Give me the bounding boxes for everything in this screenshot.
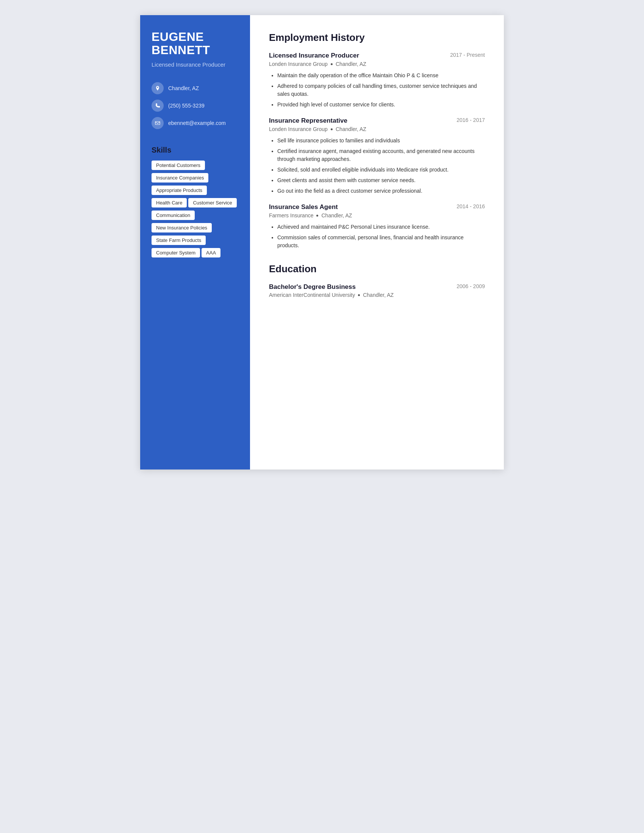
job-bullet: Greet clients and assist them with custo… xyxy=(277,177,485,184)
email-icon xyxy=(151,117,164,129)
job-dates: 2016 - 2017 xyxy=(456,117,485,123)
job-location: Chandler, AZ xyxy=(336,61,366,67)
job-bullets: Achieved and maintained P&C Personal Lin… xyxy=(269,223,485,249)
job-location: Chandler, AZ xyxy=(336,126,366,132)
skill-tag: Appropriate Products xyxy=(151,185,207,195)
resume-container: EUGENE BENNETT Licensed Insurance Produc… xyxy=(140,15,504,470)
location-icon xyxy=(151,82,164,94)
job-bullet: Certified insurance agent, managed exist… xyxy=(277,147,485,163)
job-bullet: Achieved and maintained P&C Personal Lin… xyxy=(277,223,485,231)
svg-rect-0 xyxy=(155,122,160,125)
separator-dot xyxy=(358,294,360,296)
edu-dates: 2006 - 2009 xyxy=(456,283,485,291)
job-location: Chandler, AZ xyxy=(321,212,352,219)
skill-tag: Communication xyxy=(151,211,195,220)
sidebar: EUGENE BENNETT Licensed Insurance Produc… xyxy=(140,15,250,470)
skill-tag: Customer Service xyxy=(188,198,237,207)
phone-icon xyxy=(151,100,164,112)
edu-school: American InterContinental UniversityChan… xyxy=(269,292,485,298)
main-content: Employment History Licensed Insurance Pr… xyxy=(250,15,504,470)
job-bullets: Sell life insurance policies to families… xyxy=(269,137,485,195)
candidate-name: EUGENE BENNETT xyxy=(151,30,239,57)
job-company: Londen Insurance GroupChandler, AZ xyxy=(269,126,485,132)
skill-tag: Computer System xyxy=(151,248,200,257)
skill-tag: Insurance Companies xyxy=(151,173,208,182)
job-header: Insurance Representative2016 - 2017 xyxy=(269,117,485,125)
job-bullet: Commission sales of commercial, personal… xyxy=(277,234,485,249)
job-company: Farmers InsuranceChandler, AZ xyxy=(269,212,485,219)
employment-heading: Employment History xyxy=(269,32,485,43)
skill-tag: Health Care xyxy=(151,198,187,207)
company-name: Londen Insurance Group xyxy=(269,126,328,132)
candidate-title: Licensed Insurance Producer xyxy=(151,61,239,69)
company-name: Londen Insurance Group xyxy=(269,61,328,67)
job-bullet: Go out into the field as a direct custom… xyxy=(277,187,485,195)
edu-location: Chandler, AZ xyxy=(363,292,394,298)
skill-tag: Potential Customers xyxy=(151,161,205,170)
job-bullet: Adhered to company policies of call hand… xyxy=(277,82,485,98)
job-dates: 2014 - 2016 xyxy=(456,203,485,209)
job-entry: Insurance Sales Agent2014 - 2016Farmers … xyxy=(269,203,485,249)
job-bullets: Maintain the daily operation of the offi… xyxy=(269,72,485,109)
job-title: Insurance Representative xyxy=(269,117,348,125)
job-bullet: Maintain the daily operation of the offi… xyxy=(277,72,485,79)
skill-tag: State Farm Products xyxy=(151,235,206,245)
job-header: Insurance Sales Agent2014 - 2016 xyxy=(269,203,485,211)
job-company: Londen Insurance GroupChandler, AZ xyxy=(269,61,485,67)
job-bullet: Sell life insurance policies to families… xyxy=(277,137,485,145)
skills-section: Skills Potential CustomersInsurance Comp… xyxy=(151,146,239,261)
job-header: Licensed Insurance Producer2017 - Presen… xyxy=(269,52,485,60)
job-title: Insurance Sales Agent xyxy=(269,203,338,211)
edu-degree: Bachelor's Degree Business xyxy=(269,283,356,291)
job-title: Licensed Insurance Producer xyxy=(269,52,359,60)
skill-tag: New Insurance Policies xyxy=(151,223,212,233)
job-entry: Insurance Representative2016 - 2017Londe… xyxy=(269,117,485,195)
edu-header: Bachelor's Degree Business2006 - 2009 xyxy=(269,283,485,291)
company-name: Farmers Insurance xyxy=(269,212,313,219)
skills-heading: Skills xyxy=(151,146,239,154)
skill-tag: AAA xyxy=(201,248,221,257)
separator-dot xyxy=(331,63,333,65)
school-name: American InterContinental University xyxy=(269,292,355,298)
job-bullet: Provided high level of customer service … xyxy=(277,101,485,109)
jobs-list: Licensed Insurance Producer2017 - Presen… xyxy=(269,52,485,249)
contact-email: ebennett@example.com xyxy=(151,117,239,129)
separator-dot xyxy=(331,129,333,130)
separator-dot xyxy=(316,215,318,217)
contact-location: Chandler, AZ xyxy=(151,82,239,94)
education-heading: Education xyxy=(269,263,485,275)
skills-list: Potential CustomersInsurance CompaniesAp… xyxy=(151,161,239,261)
education-list: Bachelor's Degree Business2006 - 2009Ame… xyxy=(269,283,485,298)
job-bullet: Solicited, sold and enrolled eligible in… xyxy=(277,166,485,174)
education-entry: Bachelor's Degree Business2006 - 2009Ame… xyxy=(269,283,485,298)
job-dates: 2017 - Present xyxy=(450,52,485,58)
job-entry: Licensed Insurance Producer2017 - Presen… xyxy=(269,52,485,109)
contact-phone: (250) 555-3239 xyxy=(151,100,239,112)
